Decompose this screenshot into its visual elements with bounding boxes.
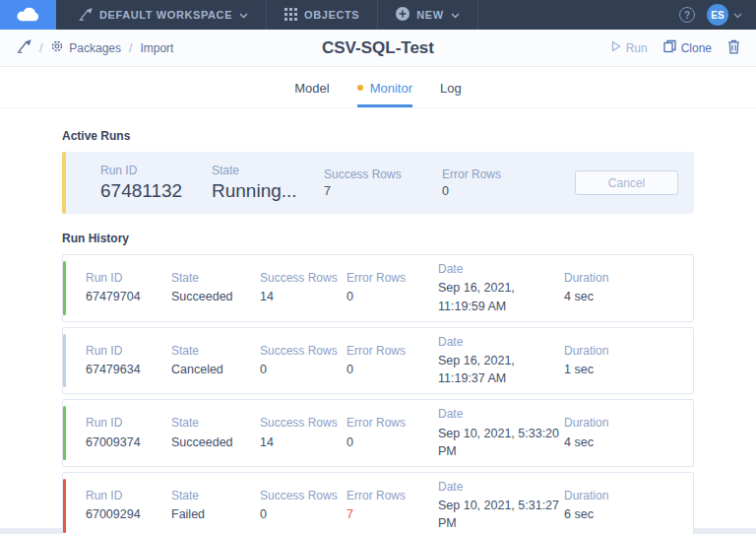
- cloud-logo-icon: [16, 7, 41, 24]
- state-cell: State Succeeded: [171, 270, 260, 306]
- new-menu[interactable]: NEW: [378, 0, 476, 30]
- state-label: State: [171, 343, 260, 360]
- duration-label: Duration: [564, 343, 685, 360]
- date-label: Date: [438, 479, 564, 496]
- workspace-home-link[interactable]: [16, 38, 32, 57]
- success-rows-cell: Success Rows 14: [260, 415, 346, 451]
- date-label: Date: [438, 334, 564, 351]
- tab-monitor[interactable]: Monitor: [344, 81, 426, 107]
- run-id-cell: Run ID 67479634: [86, 343, 171, 379]
- chevron-down-icon: [451, 9, 460, 21]
- plus-circle-icon: [396, 7, 410, 23]
- success-rows-label: Success Rows: [260, 343, 346, 360]
- run-history-row[interactable]: Run ID 67479634 State Canceled Success R…: [62, 327, 694, 395]
- objects-menu[interactable]: OBJECTS: [267, 0, 377, 30]
- success-rows-cell: Success Rows 0: [260, 343, 346, 379]
- delete-button[interactable]: [727, 39, 740, 57]
- run-history-row[interactable]: Run ID 67009294 State Failed Success Row…: [62, 472, 694, 534]
- navbar-divider: [477, 0, 478, 30]
- success-rows-label: Success Rows: [260, 415, 346, 432]
- workspace-flag-icon: [16, 38, 32, 57]
- error-rows-label: Error Rows: [346, 415, 438, 432]
- success-rows-cell: Success Rows 0: [260, 488, 346, 524]
- error-rows-cell: Error Rows 0: [346, 415, 438, 451]
- duration-value: 1 sec: [564, 361, 685, 378]
- clone-button[interactable]: Clone: [663, 39, 712, 56]
- run-id-value: 67009374: [86, 434, 171, 451]
- package-gear-icon: [50, 39, 64, 56]
- state-value: Succeeded: [171, 434, 260, 451]
- grid-icon: [284, 8, 297, 23]
- run-id-label: Run ID: [86, 270, 171, 287]
- error-rows-label: Error Rows: [346, 270, 438, 287]
- tab-model[interactable]: Model: [281, 81, 343, 107]
- account-menu[interactable]: ES: [707, 4, 742, 26]
- state-cell: State Failed: [171, 488, 260, 524]
- success-rows-label: Success Rows: [260, 488, 346, 504]
- state-value: Canceled: [171, 361, 260, 378]
- date-cell: Date Sep 10, 2021, 5:31:27 PM: [438, 479, 564, 533]
- duration-value: 4 sec: [564, 434, 685, 451]
- success-rows-value: 14: [260, 434, 346, 451]
- duration-value: 4 sec: [564, 288, 685, 305]
- run-status-bar: [63, 334, 66, 388]
- run-history-row[interactable]: Run ID 67479704 State Succeeded Success …: [62, 254, 694, 322]
- duration-label: Duration: [564, 415, 685, 432]
- play-icon: [611, 40, 621, 55]
- error-rows-cell: Error Rows 0: [346, 270, 438, 306]
- brand-logo[interactable]: [0, 0, 56, 30]
- navbar-right: ? ES: [679, 4, 756, 26]
- success-rows-value: 0: [260, 505, 346, 523]
- page-title: CSV-SQL-Test: [322, 38, 434, 58]
- breadcrumb-packages-link[interactable]: Packages: [50, 39, 121, 56]
- breadcrumb-separator: /: [129, 41, 132, 55]
- tab-monitor-label: Monitor: [370, 81, 412, 96]
- success-rows-value: 14: [260, 288, 346, 305]
- run-status-bar: [63, 479, 66, 533]
- duration-label: Duration: [564, 270, 685, 287]
- success-rows-value: 0: [260, 361, 346, 378]
- date-value: Sep 16, 2021, 11:19:59 AM: [438, 279, 564, 314]
- run-status-bar: [63, 406, 66, 460]
- date-value: Sep 16, 2021, 11:19:37 AM: [438, 352, 564, 387]
- trash-icon: [727, 39, 740, 57]
- state-value: Succeeded: [171, 288, 260, 305]
- breadcrumb-packages-label: Packages: [69, 41, 121, 55]
- error-rows-value: 7: [346, 505, 438, 523]
- error-rows-value: 0: [346, 434, 438, 451]
- run-id-label: Run ID: [100, 164, 212, 177]
- run-history-row[interactable]: Run ID 67009374 State Succeeded Success …: [62, 399, 694, 467]
- date-label: Date: [438, 406, 564, 423]
- date-cell: Date Sep 10, 2021, 5:33:20 PM: [438, 406, 564, 460]
- app-window: DEFAULT WORKSPACE OBJECTS NEW: [0, 0, 756, 528]
- state-cell: State Succeeded: [171, 415, 260, 451]
- breadcrumb-import-link[interactable]: Import: [140, 41, 173, 55]
- run-button-label: Run: [626, 41, 648, 55]
- active-run-error-cell: Error Rows 0: [442, 167, 550, 198]
- header-actions: Run Clone: [611, 39, 740, 57]
- duration-cell: Duration 6 sec: [564, 488, 685, 524]
- active-run-state-cell: State Running...: [212, 164, 324, 202]
- active-run-id-cell: Run ID 67481132: [100, 164, 212, 202]
- cancel-run-button[interactable]: Cancel: [575, 170, 678, 195]
- run-id-value: 67479704: [86, 288, 171, 305]
- error-rows-cell: Error Rows 0: [346, 343, 438, 379]
- chevron-down-icon: [239, 9, 248, 21]
- date-cell: Date Sep 16, 2021, 11:19:37 AM: [438, 334, 564, 388]
- state-label: State: [212, 164, 324, 177]
- run-id-cell: Run ID 67479704: [86, 270, 171, 306]
- run-id-value: 67009294: [86, 505, 171, 523]
- state-value: Running...: [212, 180, 324, 202]
- success-rows-label: Success Rows: [324, 167, 442, 181]
- objects-menu-label: OBJECTS: [304, 9, 359, 21]
- breadcrumb: / Packages / Import: [16, 38, 173, 57]
- date-label: Date: [438, 261, 564, 278]
- run-id-cell: Run ID 67009374: [86, 415, 171, 451]
- help-button[interactable]: ?: [679, 7, 695, 23]
- run-button[interactable]: Run: [611, 40, 648, 55]
- workspace-menu[interactable]: DEFAULT WORKSPACE: [56, 0, 266, 30]
- run-id-value: 67479634: [86, 361, 171, 378]
- tab-log[interactable]: Log: [426, 81, 475, 107]
- state-cell: State Canceled: [171, 343, 260, 379]
- success-rows-value: 7: [324, 184, 442, 198]
